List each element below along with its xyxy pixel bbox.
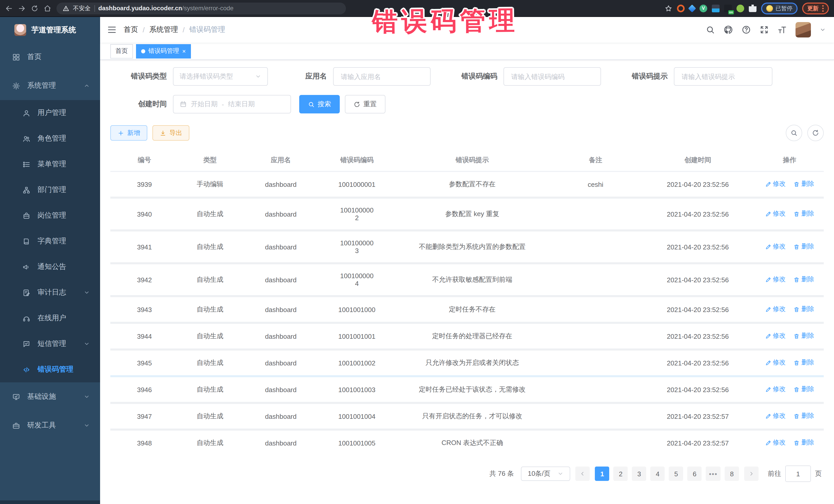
reset-button[interactable]: 重置 xyxy=(345,95,386,113)
sidebar-item[interactable]: 字典管理 xyxy=(0,228,100,254)
edit-link[interactable]: 修改 xyxy=(765,358,786,367)
sidebar-item[interactable]: 短信管理 xyxy=(0,331,100,357)
cell-app: dashboard xyxy=(241,263,320,296)
toggle-search-button[interactable] xyxy=(786,125,802,141)
page-content: 错误码类型 请选择错误码类型 应用名 错误码编码 错误码提示 创建时间 xyxy=(100,60,834,504)
edit-link[interactable]: 修改 xyxy=(765,439,786,447)
extension-adblock-on-icon[interactable] xyxy=(724,4,732,12)
refresh-button[interactable] xyxy=(807,125,824,141)
extension-key-icon[interactable] xyxy=(737,4,744,12)
page-button[interactable]: 5 xyxy=(669,466,683,481)
cell-ops: 修改 删除 xyxy=(755,231,824,263)
font-size-icon[interactable] xyxy=(777,25,787,35)
header-search-icon[interactable] xyxy=(706,25,715,35)
cell-id: 3945 xyxy=(110,350,179,376)
tab-close-icon[interactable]: × xyxy=(182,48,186,54)
col-type: 类型 xyxy=(179,149,241,171)
breadcrumb-home[interactable]: 首页 xyxy=(124,25,138,35)
goto-page-input[interactable] xyxy=(785,465,811,482)
menu-icon xyxy=(23,109,30,117)
delete-link[interactable]: 删除 xyxy=(794,385,814,394)
extension-vue-devtools-icon[interactable]: V xyxy=(700,4,707,12)
delete-link[interactable]: 删除 xyxy=(794,358,814,367)
browser-back-icon[interactable] xyxy=(5,4,13,12)
extensions-puzzle-icon[interactable] xyxy=(749,4,756,12)
page-button[interactable]: 8 xyxy=(725,466,739,481)
chevron-icon xyxy=(84,341,90,347)
edit-link[interactable]: 修改 xyxy=(765,385,786,394)
user-avatar[interactable] xyxy=(795,22,811,38)
tab-error-code[interactable]: 错误码管理× xyxy=(136,44,191,58)
app-name-input[interactable] xyxy=(340,72,424,81)
trash-icon xyxy=(794,306,800,312)
app-logo[interactable]: 芋道管理系统 xyxy=(0,17,100,43)
address-bar[interactable]: 不安全 dashboard.yudao.iocoder.cn/system/er… xyxy=(57,2,346,14)
cell-id: 3943 xyxy=(110,296,179,323)
page-button[interactable]: 4 xyxy=(651,466,665,481)
sidebar-collapse-bar[interactable] xyxy=(0,500,100,504)
browser-update-button[interactable]: 更新 xyxy=(802,2,829,14)
edit-link[interactable]: 修改 xyxy=(765,242,786,251)
sidebar-item[interactable]: 岗位管理 xyxy=(0,203,100,228)
browser-forward-icon[interactable] xyxy=(18,4,26,12)
browser-reload-icon[interactable] xyxy=(31,4,39,12)
sidebar-item[interactable]: 首页 xyxy=(0,43,100,71)
browser-menu-icon[interactable] xyxy=(822,5,824,12)
sidebar-item[interactable]: 审计日志 xyxy=(0,280,100,305)
next-page-button[interactable] xyxy=(744,466,759,481)
sidebar-item[interactable]: 基础设施 xyxy=(0,382,100,411)
error-msg-input[interactable] xyxy=(681,72,766,81)
error-type-select[interactable]: 请选择错误码类型 xyxy=(173,67,268,86)
tab-home[interactable]: 首页 xyxy=(110,44,133,58)
trash-icon xyxy=(794,181,800,187)
edit-link[interactable]: 修改 xyxy=(765,305,786,314)
delete-link[interactable]: 删除 xyxy=(794,412,814,421)
delete-link[interactable]: 删除 xyxy=(794,305,814,314)
github-icon[interactable] xyxy=(724,25,733,35)
browser-home-icon[interactable] xyxy=(44,4,51,12)
page-button[interactable]: ••• xyxy=(706,466,721,481)
sidebar-item[interactable]: 菜单管理 xyxy=(0,151,100,177)
date-range-picker[interactable]: 开始日期 - 结束日期 xyxy=(173,95,291,113)
add-button[interactable]: 新增 xyxy=(110,125,147,140)
help-icon[interactable] xyxy=(742,25,751,35)
sidebar-item[interactable]: 通知公告 xyxy=(0,254,100,280)
error-code-input[interactable] xyxy=(510,72,594,81)
edit-link[interactable]: 修改 xyxy=(765,210,786,218)
sidebar-item[interactable]: 错误码管理 xyxy=(0,357,100,382)
extension-gem-icon[interactable] xyxy=(688,4,696,12)
extension-target-icon[interactable] xyxy=(677,4,685,12)
page-button[interactable]: 6 xyxy=(687,466,702,481)
sidebar-item[interactable]: 研发工具 xyxy=(0,411,100,440)
sidebar-item[interactable]: 在线用户 xyxy=(0,305,100,331)
sidebar-item[interactable]: 角色管理 xyxy=(0,126,100,151)
edit-link[interactable]: 修改 xyxy=(765,412,786,421)
edit-link[interactable]: 修改 xyxy=(765,180,786,189)
fullscreen-icon[interactable] xyxy=(760,25,769,35)
sidebar-item[interactable]: 系统管理 xyxy=(0,71,100,100)
page-button[interactable]: 1 xyxy=(595,466,610,481)
hamburger-icon[interactable] xyxy=(100,25,124,35)
avatar-caret-icon[interactable] xyxy=(820,27,826,33)
search-button[interactable]: 搜索 xyxy=(299,95,340,113)
delete-link[interactable]: 删除 xyxy=(794,275,814,284)
page-button[interactable]: 3 xyxy=(632,466,646,481)
delete-link[interactable]: 删除 xyxy=(794,439,814,447)
edit-link[interactable]: 修改 xyxy=(765,275,786,284)
breadcrumb-system[interactable]: 系统管理 xyxy=(149,25,178,35)
delete-link[interactable]: 删除 xyxy=(794,242,814,251)
delete-link[interactable]: 删除 xyxy=(794,210,814,218)
bookmark-star-icon[interactable] xyxy=(665,4,672,12)
sidebar-item[interactable]: 部门管理 xyxy=(0,177,100,203)
export-button[interactable]: 导出 xyxy=(152,125,190,140)
sidebar-item[interactable]: 用户管理 xyxy=(0,100,100,126)
page-size-select[interactable]: 10条/页 xyxy=(521,466,570,481)
edit-link[interactable]: 修改 xyxy=(765,332,786,341)
extension-grid-icon[interactable] xyxy=(712,4,720,12)
delete-link[interactable]: 删除 xyxy=(794,180,814,189)
paused-badge[interactable]: 已暂停 xyxy=(761,2,797,14)
prev-page-button[interactable] xyxy=(576,466,590,481)
page-button[interactable]: 2 xyxy=(614,466,628,481)
delete-link[interactable]: 删除 xyxy=(794,332,814,341)
filter-time-label: 创建时间 xyxy=(110,100,173,109)
